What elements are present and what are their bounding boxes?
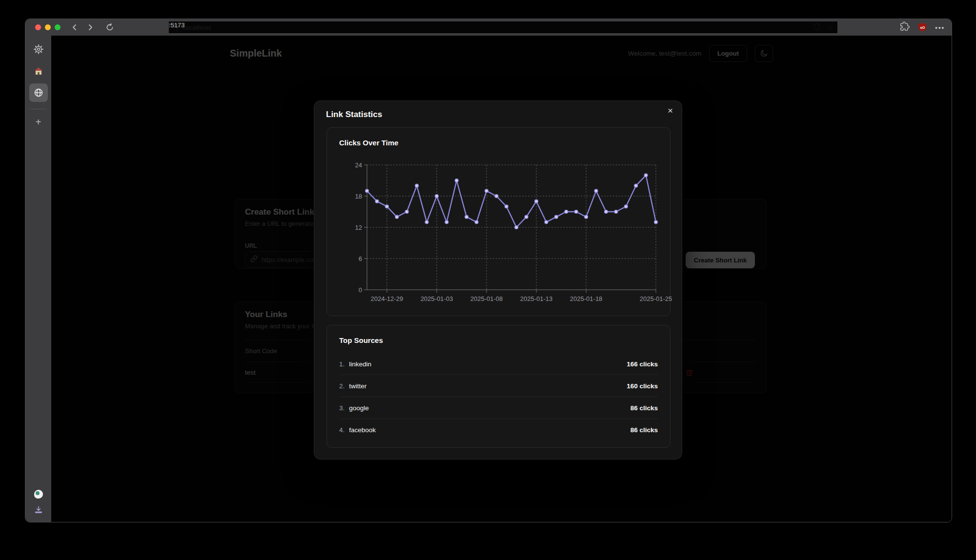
svg-text:6: 6 <box>359 255 362 262</box>
extensions-puzzle-icon[interactable] <box>900 21 910 33</box>
source-name: facebook <box>349 426 376 434</box>
list-item: 1.linkedin 166 clicks <box>339 353 658 375</box>
minimize-window-button[interactable] <box>45 24 51 30</box>
ublock-extension-icon[interactable]: uO <box>918 23 926 31</box>
more-menu-icon[interactable]: ••• <box>935 24 945 31</box>
source-clicks: 86 clicks <box>630 404 658 412</box>
modal-title: Link Statistics <box>326 110 382 120</box>
svg-text:12: 12 <box>355 224 362 231</box>
source-clicks: 86 clicks <box>630 426 658 434</box>
new-tab-button[interactable]: + <box>30 113 47 131</box>
svg-text:2024-12-29: 2024-12-29 <box>371 295 404 302</box>
svg-text:2025-01-08: 2025-01-08 <box>470 295 503 302</box>
top-sources-title: Top Sources <box>339 336 383 344</box>
address-bar[interactable]: http://localhost:5173 ☆ <box>169 21 837 33</box>
svg-text:0: 0 <box>359 286 362 294</box>
source-rank: 2. <box>339 382 345 390</box>
active-globe-tab[interactable] <box>29 83 48 102</box>
close-window-button[interactable] <box>35 24 41 30</box>
svg-text:24: 24 <box>355 161 362 169</box>
list-item: 3.google 86 clicks <box>339 397 658 419</box>
list-item: 4.facebook 86 clicks <box>339 419 658 441</box>
svg-text:2025-01-03: 2025-01-03 <box>421 295 453 302</box>
svg-text:2025-01-13: 2025-01-13 <box>520 295 553 302</box>
reload-icon[interactable] <box>105 23 114 32</box>
forward-icon[interactable] <box>87 24 94 31</box>
svg-text:2025-01-18: 2025-01-18 <box>570 295 603 302</box>
source-rank: 4. <box>339 426 345 434</box>
list-item: 2.twitter 160 clicks <box>339 375 658 397</box>
browser-window: http://localhost:5173 ☆ uO ••• <box>25 19 952 522</box>
zoom-window-button[interactable] <box>55 24 61 30</box>
page-viewport: SimpleLink Welcome, test@test.com Logout… <box>51 36 952 522</box>
browser-logo-icon[interactable] <box>34 490 43 499</box>
url-text: http://localhost:5173 <box>183 24 813 31</box>
browser-toolbar: http://localhost:5173 ☆ uO ••• <box>25 19 952 36</box>
source-name: linkedin <box>349 360 371 368</box>
source-rank: 1. <box>339 360 345 368</box>
link-statistics-modal: Link Statistics × Clicks Over Time 06121… <box>314 100 682 460</box>
source-clicks: 160 clicks <box>627 382 658 390</box>
settings-gear-icon[interactable] <box>30 40 47 58</box>
downloads-icon[interactable] <box>34 505 43 516</box>
svg-text:2025-01-25: 2025-01-25 <box>640 295 672 302</box>
clicks-over-time-card: Clicks Over Time 061218242024-12-292025-… <box>326 127 671 316</box>
back-icon[interactable] <box>71 24 78 31</box>
clicks-over-time-chart: 061218242024-12-292025-01-032025-01-0820… <box>333 153 665 309</box>
source-name: twitter <box>349 382 366 390</box>
source-clicks: 166 clicks <box>627 360 658 368</box>
chart-title: Clicks Over Time <box>339 139 398 147</box>
source-name: google <box>349 404 369 412</box>
browser-sidebar: + <box>25 36 51 522</box>
home-tab-icon[interactable] <box>30 62 47 80</box>
close-icon[interactable]: × <box>668 106 673 115</box>
source-rank: 3. <box>339 404 345 412</box>
top-sources-list: 1.linkedin 166 clicks 2.twitter 160 clic… <box>339 353 658 441</box>
svg-text:18: 18 <box>355 193 362 200</box>
top-sources-card: Top Sources 1.linkedin 166 clicks 2.twit… <box>326 325 671 448</box>
sidebar-divider <box>30 109 47 109</box>
traffic-lights <box>35 24 61 30</box>
